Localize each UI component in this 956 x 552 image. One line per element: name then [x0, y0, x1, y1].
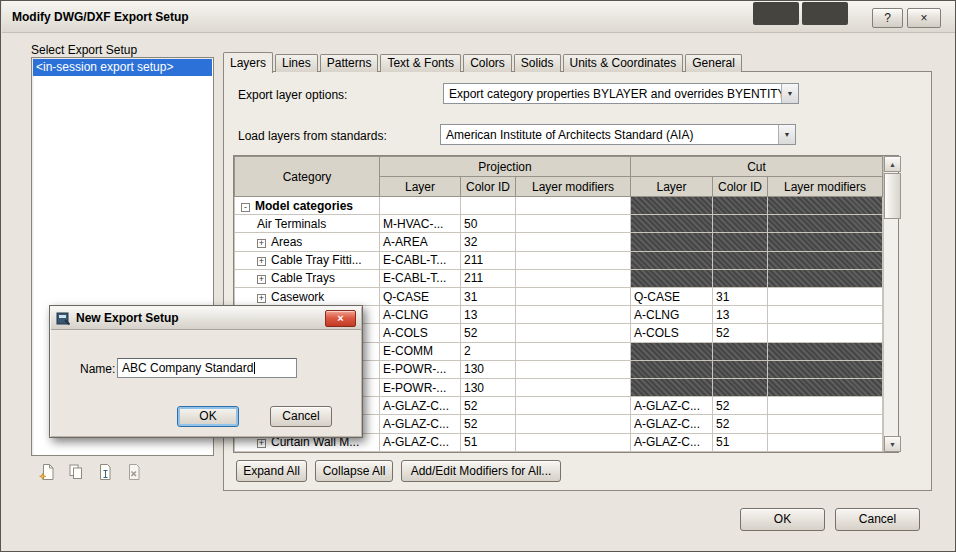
tab-layers[interactable]: Layers: [223, 52, 273, 73]
scroll-up-icon[interactable]: ▲: [884, 156, 901, 172]
category-cell[interactable]: +Cable Trays: [235, 269, 380, 287]
scrollbar-thumb[interactable]: [884, 173, 901, 219]
rename-export-setup-button[interactable]: [95, 462, 115, 482]
modal-cancel-button[interactable]: Cancel: [270, 406, 332, 427]
projection-modifiers-cell[interactable]: [516, 433, 631, 451]
projection-modifiers-cell[interactable]: [516, 360, 631, 378]
projection-layer-cell[interactable]: A-GLAZ-C...: [380, 415, 461, 433]
table-row[interactable]: Air TerminalsM-HVAC-...50: [235, 215, 883, 233]
table-row[interactable]: +AreasA-AREA32: [235, 233, 883, 251]
help-button[interactable]: ?: [872, 8, 903, 28]
cut-layer-cell[interactable]: A-COLS: [631, 324, 713, 342]
cut-layer-cell[interactable]: A-GLAZ-C...: [631, 415, 713, 433]
table-row[interactable]: +Cable Tray Fitti...E-CABL-T...211: [235, 251, 883, 269]
projection-color-id-cell[interactable]: 32: [461, 233, 516, 251]
projection-layer-cell[interactable]: A-AREA: [380, 233, 461, 251]
export-layer-options-select[interactable]: Export category properties BYLAYER and o…: [443, 83, 799, 104]
category-cell[interactable]: Air Terminals: [235, 215, 380, 233]
collapse-all-button[interactable]: Collapse All: [315, 460, 393, 482]
expand-icon[interactable]: +: [257, 239, 266, 248]
close-button[interactable]: ×: [907, 8, 941, 28]
category-cell[interactable]: +Areas: [235, 233, 380, 251]
cut-modifiers-cell[interactable]: [768, 306, 883, 324]
projection-modifiers-cell[interactable]: [516, 379, 631, 397]
cut-layer-cell[interactable]: A-GLAZ-C...: [631, 433, 713, 451]
new-export-setup-button[interactable]: [37, 462, 57, 482]
projection-layer-cell[interactable]: E-POWR-...: [380, 360, 461, 378]
cut-layer-cell[interactable]: A-CLNG: [631, 306, 713, 324]
cut-modifiers-cell[interactable]: [768, 324, 883, 342]
projection-layer-cell[interactable]: A-CLNG: [380, 306, 461, 324]
expand-icon[interactable]: +: [257, 275, 266, 284]
cut-modifiers-cell[interactable]: [768, 433, 883, 451]
projection-modifiers-cell[interactable]: [516, 251, 631, 269]
tab-patterns[interactable]: Patterns: [320, 54, 379, 72]
duplicate-export-setup-button[interactable]: [66, 462, 86, 482]
tab-lines[interactable]: Lines: [275, 54, 318, 72]
cut-modifiers-cell[interactable]: [768, 397, 883, 415]
table-row[interactable]: +CaseworkQ-CASE31Q-CASE31: [235, 288, 883, 306]
projection-color-id-cell[interactable]: 52: [461, 415, 516, 433]
projection-color-id-cell[interactable]: 31: [461, 288, 516, 306]
delete-export-setup-button[interactable]: [124, 462, 144, 482]
projection-modifiers-cell[interactable]: [516, 215, 631, 233]
cut-color-id-cell[interactable]: 13: [713, 306, 768, 324]
cut-color-id-cell[interactable]: 31: [713, 288, 768, 306]
modal-ok-button[interactable]: OK: [177, 406, 239, 427]
projection-layer-cell[interactable]: E-CABL-T...: [380, 251, 461, 269]
category-cell[interactable]: -Model categories: [235, 197, 380, 215]
projection-layer-cell[interactable]: A-GLAZ-C...: [380, 397, 461, 415]
cut-color-id-cell[interactable]: 52: [713, 415, 768, 433]
projection-layer-cell[interactable]: [380, 197, 461, 215]
projection-modifiers-cell[interactable]: [516, 269, 631, 287]
collapse-icon[interactable]: -: [241, 203, 250, 212]
projection-modifiers-cell[interactable]: [516, 342, 631, 360]
cut-color-id-cell[interactable]: 51: [713, 433, 768, 451]
projection-modifiers-cell[interactable]: [516, 397, 631, 415]
projection-modifiers-cell[interactable]: [516, 288, 631, 306]
cut-layer-cell[interactable]: Q-CASE: [631, 288, 713, 306]
list-item[interactable]: <in-session export setup>: [33, 59, 212, 76]
scroll-down-icon[interactable]: ▼: [884, 436, 901, 452]
cut-color-id-cell[interactable]: 52: [713, 324, 768, 342]
category-cell[interactable]: +Casework: [235, 288, 380, 306]
table-row[interactable]: -Model categories: [235, 197, 883, 215]
projection-modifiers-cell[interactable]: [516, 233, 631, 251]
expand-icon[interactable]: +: [257, 294, 266, 303]
tab-solids[interactable]: Solids: [514, 54, 561, 72]
tab-text-fonts[interactable]: Text & Fonts: [380, 54, 461, 72]
name-input[interactable]: ABC Company Standard: [117, 358, 297, 378]
table-scrollbar[interactable]: ▲ ▼: [883, 156, 898, 452]
modal-title-bar[interactable]: New Export Setup: [51, 307, 361, 330]
tab-colors[interactable]: Colors: [463, 54, 512, 72]
projection-color-id-cell[interactable]: 52: [461, 397, 516, 415]
projection-layer-cell[interactable]: E-COMM: [380, 342, 461, 360]
table-row[interactable]: +Cable TraysE-CABL-T...211: [235, 269, 883, 287]
cut-modifiers-cell[interactable]: [768, 415, 883, 433]
ok-button[interactable]: OK: [740, 508, 825, 531]
projection-color-id-cell[interactable]: 130: [461, 379, 516, 397]
projection-color-id-cell[interactable]: 211: [461, 251, 516, 269]
projection-color-id-cell[interactable]: 13: [461, 306, 516, 324]
projection-layer-cell[interactable]: E-POWR-...: [380, 379, 461, 397]
expand-icon[interactable]: +: [257, 439, 266, 448]
projection-modifiers-cell[interactable]: [516, 415, 631, 433]
projection-color-id-cell[interactable]: 211: [461, 269, 516, 287]
projection-color-id-cell[interactable]: 2: [461, 342, 516, 360]
projection-layer-cell[interactable]: E-CABL-T...: [380, 269, 461, 287]
expand-all-button[interactable]: Expand All: [236, 460, 307, 482]
category-cell[interactable]: +Cable Tray Fitti...: [235, 251, 380, 269]
projection-color-id-cell[interactable]: 52: [461, 324, 516, 342]
projection-color-id-cell[interactable]: 50: [461, 215, 516, 233]
projection-color-id-cell[interactable]: [461, 197, 516, 215]
expand-icon[interactable]: +: [257, 257, 266, 266]
tab-units-coordinates[interactable]: Units & Coordinates: [563, 54, 684, 72]
tab-general[interactable]: General: [685, 54, 742, 72]
projection-modifiers-cell[interactable]: [516, 324, 631, 342]
projection-modifiers-cell[interactable]: [516, 306, 631, 324]
load-layers-select[interactable]: American Institute of Architects Standar…: [440, 124, 796, 145]
cancel-button[interactable]: Cancel: [835, 508, 920, 531]
cut-color-id-cell[interactable]: 52: [713, 397, 768, 415]
add-edit-modifiers-button[interactable]: Add/Edit Modifiers for All...: [401, 460, 561, 482]
projection-modifiers-cell[interactable]: [516, 197, 631, 215]
